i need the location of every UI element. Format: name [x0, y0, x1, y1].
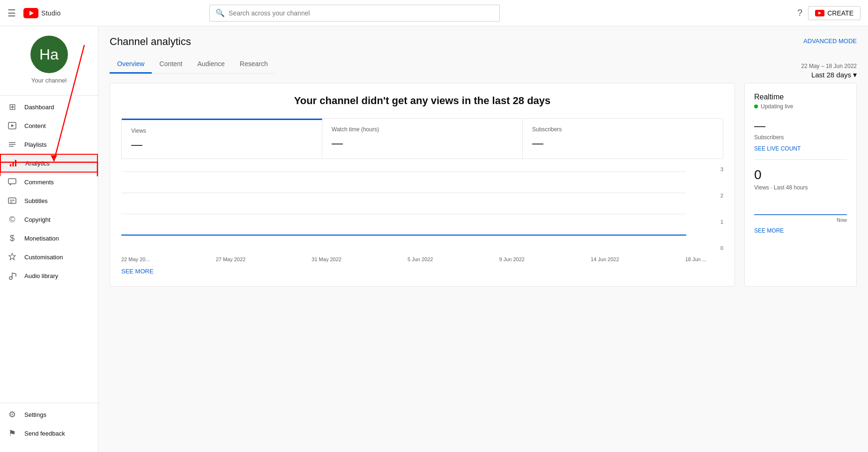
search-icon: 🔍 — [215, 8, 225, 17]
date-chevron-icon: ▾ — [853, 70, 857, 79]
logo[interactable]: Studio — [23, 8, 61, 18]
metric-subscribers[interactable]: Subscribers — — [523, 119, 723, 158]
realtime-see-more-button[interactable]: SEE MORE — [754, 227, 784, 234]
create-video-icon — [815, 10, 824, 16]
realtime-chart — [754, 196, 847, 215]
subscribers-label: Subscribers — [532, 126, 713, 133]
x-label-2: 31 May 2022 — [312, 256, 341, 262]
create-label: CREATE — [827, 9, 853, 17]
hamburger-icon[interactable]: ☰ — [7, 8, 16, 19]
chart-y-label-0: 0 — [720, 245, 723, 251]
views-value: — — [131, 138, 312, 151]
subscribers-value: — — [532, 136, 713, 150]
sidebar-item-comments[interactable]: Comments — [0, 173, 98, 191]
sidebar-item-label: Monetisation — [24, 235, 59, 242]
sidebar-item-content[interactable]: Content — [0, 116, 98, 135]
see-live-count-button[interactable]: SEE LIVE COUNT — [754, 145, 801, 152]
customisation-icon — [7, 252, 17, 262]
x-label-4: 9 Jun 2022 — [499, 256, 525, 262]
metrics-row: Views — Watch time (hours) — Subscribers… — [121, 118, 723, 159]
realtime-divider — [754, 159, 847, 160]
realtime-title: Realtime — [754, 93, 847, 101]
x-label-3: 5 Jun 2022 — [408, 256, 433, 262]
x-label-1: 27 May 2022 — [216, 256, 246, 262]
tab-research[interactable]: Research — [232, 55, 275, 74]
sidebar-item-settings[interactable]: ⚙ Settings — [0, 405, 98, 424]
sidebar-divider-top — [0, 95, 98, 96]
settings-icon: ⚙ — [7, 409, 17, 420]
analytics-tabs: Overview Content Audience Research — [110, 55, 275, 74]
sidebar-item-copyright[interactable]: © Copyright — [0, 210, 98, 229]
playlists-icon — [7, 140, 17, 149]
sidebar-item-send-feedback[interactable]: ⚑ Send feedback — [0, 424, 98, 443]
sidebar-item-analytics[interactable]: Analytics — [0, 154, 98, 173]
sidebar-divider-bottom — [0, 403, 98, 403]
live-dot-icon — [754, 105, 758, 108]
now-label: Now — [754, 217, 847, 223]
subtitles-icon — [7, 196, 17, 205]
date-picker[interactable]: 22 May – 18 Jun 2022 Last 28 days ▾ — [801, 63, 857, 79]
svg-point-15 — [9, 277, 12, 279]
send-feedback-icon: ⚑ — [7, 428, 17, 438]
realtime-panel: Realtime Updating live — Subscribers SEE… — [744, 83, 857, 286]
sidebar-item-dashboard[interactable]: ⊞ Dashboard — [0, 98, 98, 116]
realtime-views-section: 0 Views · Last 48 hours Now SEE MORE — [754, 167, 847, 234]
sidebar-item-label: Audio library — [24, 272, 58, 279]
x-label-0: 22 May 20... — [121, 256, 150, 262]
svg-rect-12 — [8, 198, 16, 203]
sidebar-item-label: Copyright — [24, 216, 51, 223]
sidebar-item-customisation[interactable]: Customisation — [0, 248, 98, 266]
sidebar-item-label: Content — [24, 122, 46, 129]
see-more-button[interactable]: SEE MORE — [121, 268, 154, 275]
realtime-subtitle: Updating live — [754, 103, 847, 110]
realtime-views-value: 0 — [754, 167, 847, 182]
chart-y-label-1: 1 — [720, 219, 723, 225]
search-input[interactable] — [229, 9, 494, 17]
sidebar-item-playlists[interactable]: Playlists — [0, 135, 98, 154]
date-range-label: 22 May – 18 Jun 2022 — [801, 63, 857, 69]
right-actions: ? CREATE — [797, 6, 861, 20]
analytics-area: Your channel didn't get any views in the… — [110, 83, 857, 286]
page-title: Channel analytics — [110, 36, 191, 48]
avatar-section: Ha Your channel — [0, 26, 98, 93]
sidebar-item-label: Customisation — [24, 254, 63, 261]
svg-line-17 — [12, 273, 16, 274]
sidebar-item-label: Dashboard — [24, 104, 54, 111]
sidebar-item-label: Subtitles — [24, 197, 48, 204]
advanced-mode-button[interactable]: ADVANCED MODE — [803, 38, 857, 45]
chart-section: Your channel didn't get any views in the… — [110, 83, 735, 286]
avatar-initials: Ha — [39, 46, 59, 63]
avatar[interactable]: Ha — [30, 36, 68, 73]
no-views-message: Your channel didn't get any views in the… — [121, 95, 723, 107]
help-icon[interactable]: ? — [797, 8, 802, 18]
sidebar-item-label: Settings — [24, 411, 46, 418]
realtime-subs-label: Subscribers — [754, 134, 847, 141]
tab-content[interactable]: Content — [152, 55, 190, 74]
sidebar-item-audio-library[interactable]: Audio library — [0, 266, 98, 285]
sidebar-item-subtitles[interactable]: Subtitles — [0, 191, 98, 210]
realtime-views-label: Views · Last 48 hours — [754, 184, 847, 191]
top-nav: ☰ Studio 🔍 ? CREATE — [0, 0, 868, 26]
content-icon — [7, 121, 17, 130]
realtime-subtitle-text: Updating live — [761, 103, 793, 110]
analytics-icon — [8, 158, 18, 168]
svg-rect-7 — [10, 164, 11, 166]
tab-audience[interactable]: Audience — [190, 55, 232, 74]
studio-logo-text: Studio — [41, 9, 61, 17]
metric-watch-time[interactable]: Watch time (hours) — — [322, 119, 523, 158]
sidebar-item-label: Send feedback — [24, 430, 65, 437]
search-bar[interactable]: 🔍 — [209, 5, 500, 22]
views-label: Views — [131, 128, 312, 134]
chart-x-labels: 22 May 20... 27 May 2022 31 May 2022 5 J… — [121, 255, 723, 264]
chart-y-label-3: 3 — [720, 166, 723, 172]
date-preset-label: Last 28 days — [811, 71, 851, 79]
create-button[interactable]: CREATE — [808, 6, 861, 20]
tab-overview[interactable]: Overview — [110, 55, 152, 74]
watch-time-label: Watch time (hours) — [332, 126, 513, 133]
metric-views[interactable]: Views — — [122, 119, 322, 158]
sidebar-item-monetisation[interactable]: $ Monetisation — [0, 229, 98, 248]
x-label-6: 18 Jun ... — [685, 256, 706, 262]
dashboard-icon: ⊞ — [7, 102, 17, 112]
realtime-subs-dash: — — [754, 119, 847, 132]
youtube-icon — [23, 8, 38, 18]
